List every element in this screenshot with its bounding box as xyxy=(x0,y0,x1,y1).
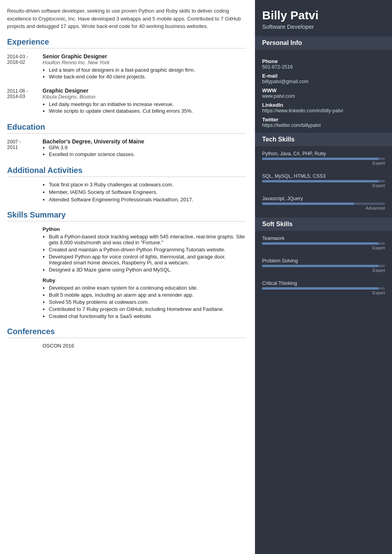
soft-skills-title: Soft Skills xyxy=(255,218,392,231)
soft-skill-bar-fill-1 xyxy=(262,242,379,245)
linkedin-label: LinkedIn xyxy=(262,102,385,108)
activities-bullets: Took first place in 3 Ruby challenges at… xyxy=(43,182,246,203)
left-column: Results-driven software developer, seeki… xyxy=(0,0,255,554)
bullet: Built a Python-based stock tracking weba… xyxy=(49,234,246,245)
soft-skill-bar-fill-2 xyxy=(262,265,379,267)
tech-skill-bar-fill-3 xyxy=(262,203,354,205)
edu-date-1: 2007 - 2011 xyxy=(7,138,43,158)
ruby-subtitle: Ruby xyxy=(43,277,246,283)
tech-skill-level-3: Advanced xyxy=(262,206,385,210)
experience-title: Experience xyxy=(7,37,246,48)
edu-content-1: Bachelor's Degree, University of Maine G… xyxy=(43,138,246,158)
tech-skill-bar-bg-3 xyxy=(262,203,385,205)
bullet: Wrote back-end code for 40 client projec… xyxy=(49,74,246,80)
soft-skill-bar-bg-1 xyxy=(262,242,385,245)
skills-summary-section: Skills Summary Python Built a Python-bas… xyxy=(7,210,246,319)
tech-skill-bar-bg-1 xyxy=(262,158,385,160)
phone-label: Phone xyxy=(262,58,385,64)
python-bullets: Built a Python-based stock tracking weba… xyxy=(43,234,246,273)
soft-skill-1: Teamwork Expert xyxy=(255,235,392,257)
linkedin-value: https://www.linkedin.com/in/billy-patvi xyxy=(262,108,385,113)
bullet: Contributed to 7 Ruby projects on GitHub… xyxy=(49,306,246,312)
bullet: Wrote scripts to update client databases… xyxy=(49,108,246,114)
tech-skill-3: Javascript, JQuery Advanced xyxy=(255,195,392,218)
bullet: Attended Software Engineering Profession… xyxy=(49,197,246,203)
exp-entry-1: 2014-03 - 2018-02 Senior Graphic Designe… xyxy=(7,53,246,80)
candidate-name: Billy Patvi xyxy=(262,9,385,22)
soft-skills-section: Soft Skills Teamwork Expert Problem Solv… xyxy=(255,218,392,302)
soft-skill-name-3: Critical Thinking xyxy=(262,281,385,286)
soft-skill-3: Critical Thinking Expert xyxy=(255,280,392,302)
bullet: Member, IAENG Society of Software Engine… xyxy=(49,189,246,195)
conferences-title: Conferences xyxy=(7,327,246,338)
exp-title-1: Senior Graphic Designer xyxy=(43,53,246,59)
bullet: Solved 55 Ruby problems at codewars.com. xyxy=(49,299,246,305)
soft-skill-bar-fill-3 xyxy=(262,287,379,290)
www-label: WWW xyxy=(262,87,385,93)
bullet: Designed a 3D Maze game using Python and… xyxy=(49,267,246,273)
twitter-value: https://twitter.com/billypatvi xyxy=(262,123,385,128)
bullet: Developed Python app for voice control o… xyxy=(49,254,246,266)
tech-skill-name-2: SQL, MySQL, HTML5, CSS3 xyxy=(262,173,385,179)
exp-bullets-2: Led daily meetings for an initiative to … xyxy=(43,101,246,114)
exp-content-1: Senior Graphic Designer Houlton Renno In… xyxy=(43,53,246,80)
soft-skill-2: Problem Solving Expert xyxy=(255,257,392,280)
soft-skill-bar-bg-2 xyxy=(262,265,385,267)
python-subsection: Python Built a Python-based stock tracki… xyxy=(43,226,246,273)
experience-section: Experience 2014-03 - 2018-02 Senior Grap… xyxy=(7,37,246,115)
additional-activities-section: Additional Activities Took first place i… xyxy=(7,166,246,203)
exp-company-2: Kibula Designs, Boston xyxy=(43,94,246,100)
exp-entry-2: 2011-06 - 2014-03 Graphic Designer Kibul… xyxy=(7,87,246,115)
phone-value: 501-872-2516 xyxy=(262,64,385,70)
email-value: billypatvi@gmail.com xyxy=(262,79,385,84)
soft-skill-name-2: Problem Solving xyxy=(262,258,385,264)
bullet: Excelled in computer science classes. xyxy=(49,151,246,157)
tech-skill-2: SQL, MySQL, HTML5, CSS3 Expert xyxy=(255,173,392,195)
exp-title-2: Graphic Designer xyxy=(43,87,246,94)
tech-skill-bar-bg-2 xyxy=(262,180,385,182)
bullet: Led daily meetings for an initiative to … xyxy=(49,101,246,107)
twitter-label: Twitter xyxy=(262,117,385,123)
bullet: Led a team of four designers in a fast-p… xyxy=(49,67,246,73)
additional-activities-title: Additional Activities xyxy=(7,166,246,177)
tech-skill-1: Python, Java, C#, PHP, Ruby Expert xyxy=(255,150,392,173)
right-header: Billy Patvi Software Developer xyxy=(255,0,392,36)
bullet: Created chat functionality for a SaaS we… xyxy=(49,313,246,319)
exp-date-1: 2014-03 - 2018-02 xyxy=(7,53,43,80)
ruby-subsection: Ruby Developed an online exam system for… xyxy=(43,277,246,319)
tech-skill-name-1: Python, Java, C#, PHP, Ruby xyxy=(262,151,385,156)
education-title: Education xyxy=(7,123,246,134)
conferences-section: Conferences OSCON 2016 xyxy=(7,327,246,349)
edu-entry-1: 2007 - 2011 Bachelor's Degree, Universit… xyxy=(7,138,246,158)
bullet: Took first place in 3 Ruby challenges at… xyxy=(49,182,246,188)
tech-skill-level-1: Expert xyxy=(262,161,385,165)
exp-content-2: Graphic Designer Kibula Designs, Boston … xyxy=(43,87,246,115)
edu-degree-1: Bachelor's Degree, University of Maine xyxy=(43,138,246,145)
email-label: E-mail xyxy=(262,73,385,79)
skills-summary-title: Skills Summary xyxy=(7,210,246,221)
ruby-bullets: Developed an online exam system for a co… xyxy=(43,285,246,319)
tech-skill-bar-fill-2 xyxy=(262,180,379,182)
exp-company-1: Houlton Renno Inc. New York xyxy=(43,59,246,65)
tech-skill-name-3: Javascript, JQuery xyxy=(262,196,385,201)
education-section: Education 2007 - 2011 Bachelor's Degree,… xyxy=(7,123,246,158)
personal-info-section: Personal Info Phone 501-872-2516 E-mail … xyxy=(255,36,392,133)
summary-text: Results-driven software developer, seeki… xyxy=(7,7,246,30)
www-value: www.patvi.com xyxy=(262,93,385,99)
tech-skills-section: Tech Skills Python, Java, C#, PHP, Ruby … xyxy=(255,133,392,218)
bullet: Developed an online exam system for a co… xyxy=(49,285,246,291)
candidate-title: Software Developer xyxy=(262,23,385,30)
personal-info-block: Phone 501-872-2516 E-mail billypatvi@gma… xyxy=(255,54,392,133)
exp-bullets-1: Led a team of four designers in a fast-p… xyxy=(43,67,246,80)
soft-skill-level-3: Expert xyxy=(262,290,385,295)
tech-skills-title: Tech Skills xyxy=(255,133,392,146)
python-subtitle: Python xyxy=(43,226,246,232)
bullet: Created and maintain a Python-driven Pyt… xyxy=(49,247,246,253)
soft-skill-level-2: Expert xyxy=(262,268,385,273)
edu-bullets-1: GPA 3.9 Excelled in computer science cla… xyxy=(43,145,246,157)
soft-skill-level-1: Expert xyxy=(262,245,385,250)
exp-date-2: 2011-06 - 2014-03 xyxy=(7,87,43,115)
personal-info-title: Personal Info xyxy=(255,36,392,50)
soft-skill-name-1: Teamwork xyxy=(262,236,385,241)
bullet: Built 5 mobile apps, including an alarm … xyxy=(49,292,246,298)
